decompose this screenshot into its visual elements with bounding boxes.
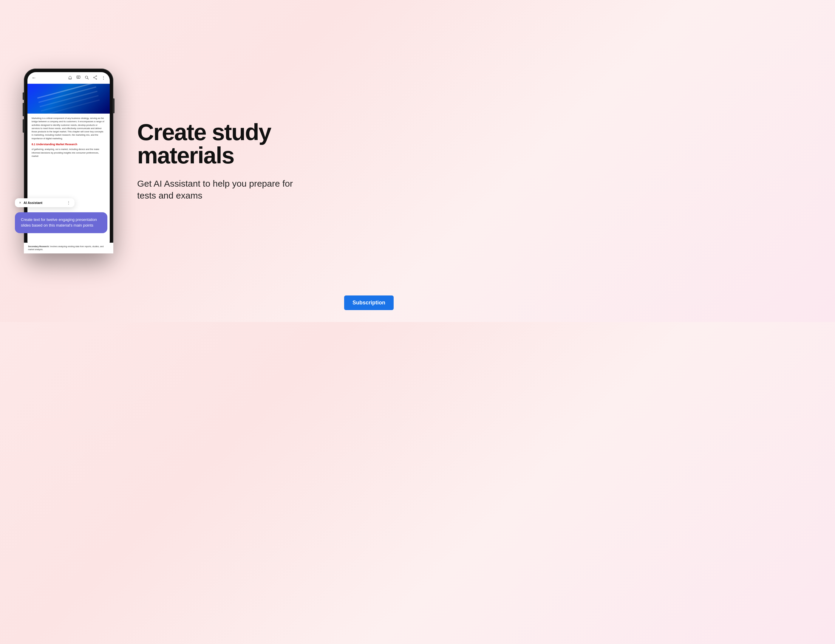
- ai-assistant-title: AI Assistant: [24, 201, 64, 204]
- heading-line2: materials: [137, 142, 234, 169]
- phone-topbar: ←: [28, 72, 110, 84]
- right-section: Create study materials Get AI Assistant …: [113, 120, 394, 202]
- section-heading-81: 8.1 Understanding Market Research: [32, 143, 106, 147]
- phone-wrapper: ←: [24, 68, 113, 253]
- search-icon[interactable]: [85, 75, 89, 81]
- highlight-icon[interactable]: [68, 75, 72, 81]
- phone-mute-button: [23, 92, 24, 100]
- book-cover-image: [28, 84, 110, 114]
- svg-point-4: [85, 76, 88, 78]
- back-icon[interactable]: ←: [32, 75, 36, 81]
- main-heading: Create study materials: [137, 120, 394, 167]
- svg-line-5: [88, 78, 89, 79]
- svg-point-8: [94, 77, 94, 78]
- body-paragraph: Marketing is a critical component of any…: [32, 117, 106, 140]
- more-icon[interactable]: ⋮: [101, 75, 106, 80]
- ai-menu-icon[interactable]: ⋮: [67, 201, 70, 205]
- phone-volume-down-button: [23, 119, 24, 133]
- phone-power-button: [113, 98, 115, 113]
- heading-line1: Create study: [137, 119, 271, 145]
- sub-heading: Get AI Assistant to help you prepare for…: [137, 178, 304, 202]
- ai-close-button[interactable]: ×: [19, 201, 21, 205]
- svg-line-9: [94, 76, 96, 77]
- secondary-research-label: Secondary Research:: [28, 245, 49, 247]
- ai-prompt-bubble: Create text for twelve engaging presenta…: [15, 212, 107, 233]
- lower-content: of gathering, analyzing, out a market, i…: [32, 148, 106, 158]
- subscription-button[interactable]: Subscription: [344, 295, 394, 310]
- phone-volume-up-button: [23, 103, 24, 116]
- share-icon[interactable]: [93, 75, 97, 81]
- comment-icon[interactable]: [76, 75, 81, 81]
- ai-assistant-bar[interactable]: × AI Assistant ⋮: [15, 198, 75, 207]
- ai-prompt-text: Create text for twelve engaging presenta…: [21, 217, 101, 229]
- svg-line-10: [94, 78, 96, 78]
- phone-mockup-section: ←: [24, 68, 113, 253]
- secondary-research-section: Secondary Research: Involves analyzing e…: [28, 243, 110, 250]
- topbar-icons: ⋮: [68, 75, 106, 81]
